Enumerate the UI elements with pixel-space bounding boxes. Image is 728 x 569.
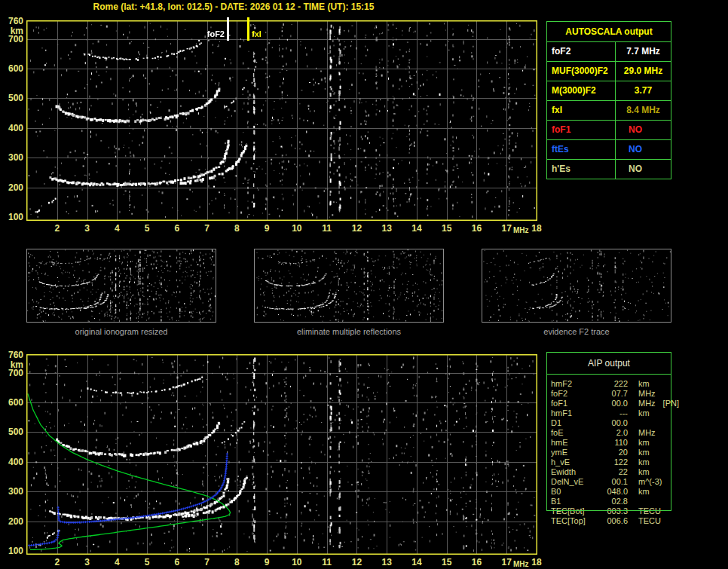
y-tick-400: 400 <box>0 123 23 133</box>
y-tick-500: 500 <box>0 427 23 437</box>
aip-param-extra: [PN] <box>663 399 679 408</box>
x-tick-15: 15 <box>437 223 457 234</box>
fxI-marker-line <box>247 17 249 41</box>
aip-param-value: 006.6 <box>595 516 628 526</box>
bottom-ionogram-canvas <box>26 354 537 555</box>
aip-param-value: 02.8 <box>595 497 628 506</box>
aip-param-value: 22 <box>595 467 628 477</box>
x-tick-9: 9 <box>257 557 277 567</box>
aip-param-unit: km <box>638 467 650 477</box>
x-tick-6: 6 <box>167 223 187 234</box>
aip-table-header: AIP output <box>547 353 671 375</box>
x-axis-unit-label: MHz <box>513 560 529 568</box>
autoscala-param-label: ftEs <box>547 140 616 159</box>
aip-param-unit: MHz <box>638 428 656 438</box>
x-tick-14: 14 <box>407 223 427 234</box>
x-tick-16: 16 <box>466 557 486 567</box>
y-tick-300: 300 <box>0 152 23 163</box>
aip-param-label: Ewidth <box>551 467 595 477</box>
y-tick-400: 400 <box>0 457 23 467</box>
y-tick-600: 600 <box>0 63 23 74</box>
aip-param-label: ymE <box>551 448 595 457</box>
y-tick-500: 500 <box>0 93 23 103</box>
y-tick-760: 760 <box>0 350 23 360</box>
aip-row-foE: foE2.0MHz <box>551 428 671 438</box>
thumbnail-original-ionogram <box>26 249 216 323</box>
aip-param-unit: MHz <box>638 389 656 399</box>
x-tick-4: 4 <box>107 557 127 567</box>
aip-param-unit: TECU <box>638 516 661 526</box>
autoscala-param-label: MUF(3000)F2 <box>547 62 616 81</box>
autoscala-row-foF2: foF27.7 MHz <box>547 42 671 62</box>
aip-param-value: 00.0 <box>595 418 628 428</box>
x-tick-5: 5 <box>137 223 157 234</box>
aip-param-label: DelN_vE <box>551 477 595 487</box>
aip-param-value: 07.7 <box>595 389 628 399</box>
x-axis-unit-label: MHz <box>513 226 529 234</box>
aip-param-label: D1 <box>551 418 595 428</box>
aip-row-foF2: foF207.7MHz <box>551 389 671 399</box>
aip-row-TEC[Top]: TEC[Top]006.6TECU <box>551 516 671 526</box>
x-tick-16: 16 <box>466 223 486 234</box>
autoscala-param-label: foF1 <box>547 121 616 139</box>
aip-param-value: --- <box>595 408 628 418</box>
aip-row-D1: D100.0 <box>551 418 671 428</box>
aip-param-unit: TECU <box>638 506 661 516</box>
aip-row-foF1: foF100.0MHz[PN] <box>551 399 671 408</box>
autoscala-row-fxI: fxI8.4 MHz <box>547 101 671 121</box>
x-tick-8: 8 <box>227 557 246 567</box>
x-tick-8: 8 <box>227 223 246 234</box>
aip-param-label: foF1 <box>551 399 595 408</box>
fxI-marker-label: fxI <box>252 29 262 38</box>
x-tick-3: 3 <box>78 223 97 234</box>
x-tick-5: 5 <box>137 557 157 567</box>
x-tick-12: 12 <box>347 223 366 234</box>
x-tick-10: 10 <box>287 223 307 234</box>
aip-param-unit: km <box>638 408 650 418</box>
autoscala-param-value: 8.4 MHz <box>616 101 671 120</box>
autoscala-param-label: fxI <box>547 101 616 120</box>
foF2-marker-line <box>227 17 229 41</box>
aip-param-value: 048.0 <box>595 487 628 497</box>
thumbnail-eliminate-multiples <box>254 249 444 323</box>
y-tick-760: 760 <box>0 16 23 26</box>
autoscala-row-ftEs: ftEsNO <box>547 140 671 160</box>
aip-param-label: foF2 <box>551 389 595 399</box>
aip-param-label: TEC[Top] <box>551 516 595 526</box>
x-tick-13: 13 <box>377 557 396 567</box>
autoscala-screen: { "title": "Rome (lat: +41.8, lon: 012.5… <box>0 0 728 569</box>
x-tick-2: 2 <box>47 557 67 567</box>
aip-row-hmE: hmE110km <box>551 438 671 448</box>
aip-param-label: B1 <box>551 497 595 506</box>
y-tick-300: 300 <box>0 486 23 497</box>
thumbnail-evidence-f2 <box>482 249 671 323</box>
x-tick-15: 15 <box>437 557 457 567</box>
aip-param-value: 003.3 <box>595 506 628 516</box>
aip-param-label: hmF1 <box>551 408 595 418</box>
autoscala-row-h'Es: h'EsNO <box>547 160 671 179</box>
x-tick-2: 2 <box>47 223 67 234</box>
top-ionogram-canvas <box>26 20 537 221</box>
autoscala-param-value: NO <box>616 121 671 139</box>
caption-original-ionogram: original ionogram resized <box>26 327 216 336</box>
x-tick-9: 9 <box>257 223 277 234</box>
x-tick-12: 12 <box>347 557 366 567</box>
aip-param-unit: km <box>638 448 650 457</box>
aip-param-unit: km <box>638 487 650 497</box>
autoscala-param-value: 7.7 MHz <box>616 42 671 61</box>
aip-param-value: 122 <box>595 457 628 467</box>
aip-row-hmF2: hmF2222km <box>551 379 671 389</box>
y-tick-200: 200 <box>0 182 23 193</box>
aip-param-value: 2.0 <box>595 428 628 438</box>
aip-row-B1: B102.8 <box>551 497 671 506</box>
caption-eliminate-multiples: eliminate multiple reflections <box>254 327 444 336</box>
aip-row-Ewidth: Ewidth22km <box>551 467 671 477</box>
aip-row-ymE: ymE20km <box>551 448 671 457</box>
x-tick-4: 4 <box>107 223 127 234</box>
x-tick-3: 3 <box>78 557 97 567</box>
aip-row-DelN_vE: DelN_vE00.1m^(-3) <box>551 477 671 487</box>
aip-param-unit: km <box>638 457 650 467</box>
autoscala-param-label: h'Es <box>547 160 616 179</box>
autoscala-table-rows: foF27.7 MHzMUF(3000)F229.0 MHzM(3000)F23… <box>547 42 671 179</box>
aip-param-unit: m^(-3) <box>638 477 662 487</box>
